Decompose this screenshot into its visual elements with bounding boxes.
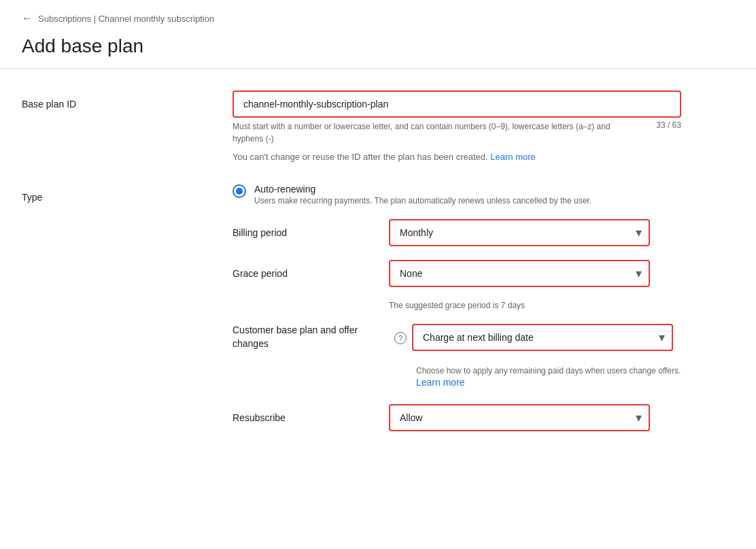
resubscribe-label: Resubscribe: [233, 412, 389, 423]
resubscribe-group: Resubscribe Allow ▾: [233, 404, 681, 445]
page-title: Add base plan: [0, 30, 756, 68]
customer-base-plan-row: Customer base plan and offer changes ? C…: [233, 324, 681, 351]
auto-renewing-option: Auto-renewing Users make recurring payme…: [233, 184, 681, 205]
customer-base-plan-select-wrapper: Charge at next billing date ▾: [412, 324, 673, 351]
base-plan-id-row: Base plan ID Must start with a number or…: [22, 90, 734, 162]
section-divider: [0, 68, 756, 69]
base-plan-id-input[interactable]: [233, 90, 681, 118]
grace-period-select[interactable]: None: [389, 260, 650, 287]
grace-period-select-wrapper: None ▾: [389, 260, 650, 287]
type-label: Type: [22, 184, 233, 203]
base-plan-id-label: Base plan ID: [22, 90, 233, 110]
grace-period-label: Grace period: [233, 268, 389, 279]
billing-period-label: Billing period: [233, 227, 389, 238]
type-row: Type Auto-renewing Users make recurring …: [22, 184, 734, 445]
billing-period-row: Billing period Monthly ▾: [233, 219, 681, 246]
customer-base-plan-hint: Choose how to apply any remaining paid d…: [416, 366, 681, 376]
billing-period-select[interactable]: Monthly: [389, 219, 650, 246]
learn-more-link[interactable]: Learn more: [490, 152, 535, 162]
char-count: 33 / 63: [656, 120, 681, 145]
resubscribe-row: Resubscribe Allow ▾: [233, 404, 681, 445]
auto-renewing-radio[interactable]: [233, 184, 246, 198]
customer-base-plan-hint-block: Choose how to apply any remaining paid d…: [416, 365, 681, 388]
breadcrumb-nav: ← Subscriptions | Channel monthly subscr…: [0, 0, 756, 30]
form-container: Base plan ID Must start with a number or…: [0, 90, 756, 445]
customer-base-plan-group: Customer base plan and offer changes ? C…: [233, 324, 681, 388]
resubscribe-select-wrapper: Allow ▾: [389, 404, 650, 431]
type-field: Auto-renewing Users make recurring payme…: [233, 184, 681, 445]
grace-period-hint: The suggested grace period is 7 days: [389, 301, 681, 310]
grace-period-row: Grace period None ▾: [233, 260, 681, 287]
resubscribe-select[interactable]: Allow: [389, 404, 650, 431]
base-plan-id-field: Must start with a number or lowercase le…: [233, 90, 681, 162]
grace-period-group: Grace period None ▾ The suggested grace …: [233, 260, 681, 310]
radio-inner: [236, 188, 243, 195]
billing-period-select-wrapper: Monthly ▾: [389, 219, 650, 246]
customer-base-plan-select[interactable]: Charge at next billing date: [412, 324, 673, 351]
auto-renewing-text: Auto-renewing Users make recurring payme…: [254, 184, 591, 205]
base-plan-id-hint: Must start with a number or lowercase le…: [233, 120, 613, 145]
help-icon[interactable]: ?: [394, 332, 407, 344]
learn-more-text: You can't change or reuse the ID after t…: [233, 152, 681, 162]
customer-base-plan-learn-more-link[interactable]: Learn more: [416, 377, 465, 388]
auto-renewing-title: Auto-renewing: [254, 184, 591, 195]
back-arrow-icon[interactable]: ←: [22, 12, 33, 24]
breadcrumb-text: Subscriptions | Channel monthly subscrip…: [38, 14, 214, 24]
customer-base-plan-label: Customer base plan and offer changes: [233, 324, 389, 350]
auto-renewing-desc: Users make recurring payments. The plan …: [254, 196, 591, 205]
